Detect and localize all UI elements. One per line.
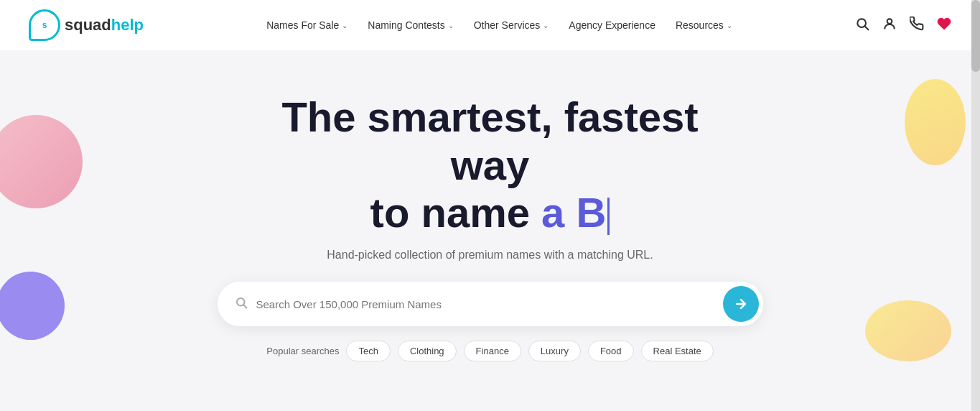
chevron-down-icon: ⌄ [727, 22, 732, 29]
nav-item-other-services[interactable]: Other Services ⌄ [465, 14, 558, 37]
chevron-down-icon: ⌄ [543, 22, 549, 29]
hero-subtitle: Hand-picked collection of premium names … [327, 249, 653, 262]
search-bar [218, 282, 763, 326]
navbar: s squadhelp Names For Sale ⌄ Naming Cont… [0, 0, 980, 50]
decoration-blue-circle [0, 272, 65, 340]
scrollbar[interactable] [971, 0, 980, 411]
decoration-yellow-bottom [865, 300, 951, 361]
tag-real-estate[interactable]: Real Estate [641, 341, 714, 361]
tag-finance[interactable]: Finance [464, 341, 521, 361]
svg-line-4 [243, 305, 246, 308]
heart-icon[interactable] [937, 17, 951, 34]
search-icon[interactable] [855, 17, 869, 34]
text-cursor [607, 198, 610, 235]
user-icon[interactable] [882, 17, 897, 34]
nav-icons [855, 17, 951, 34]
tag-clothing[interactable]: Clothing [398, 341, 457, 361]
nav-item-agency-experience[interactable]: Agency Experience [560, 14, 664, 37]
decoration-yellow-top [905, 79, 966, 165]
nav-item-resources[interactable]: Resources ⌄ [667, 14, 741, 37]
hero-title: The smartest, fastest way to name a B [239, 93, 742, 237]
popular-searches: Popular searches Tech Clothing Finance L… [266, 341, 713, 361]
tag-luxury[interactable]: Luxury [528, 341, 581, 361]
tag-tech[interactable]: Tech [346, 341, 390, 361]
phone-icon[interactable] [910, 17, 924, 34]
hero-section: The smartest, fastest way to name a B Ha… [0, 50, 980, 361]
animated-text: a B [541, 189, 606, 236]
search-icon [235, 296, 248, 313]
nav-item-naming-contests[interactable]: Naming Contests ⌄ [359, 14, 462, 37]
search-input[interactable] [256, 298, 723, 310]
chevron-down-icon: ⌄ [342, 22, 347, 29]
decoration-pink-circle [0, 115, 83, 208]
logo[interactable]: s squadhelp [29, 9, 144, 41]
svg-point-2 [887, 19, 892, 24]
logo-text: squadhelp [65, 16, 144, 34]
chevron-down-icon: ⌄ [448, 22, 454, 29]
search-button[interactable] [723, 286, 759, 322]
nav-item-names-for-sale[interactable]: Names For Sale ⌄ [258, 14, 356, 37]
popular-label: Popular searches [266, 346, 339, 356]
nav-links: Names For Sale ⌄ Naming Contests ⌄ Other… [258, 14, 741, 37]
svg-line-1 [865, 26, 869, 29]
tag-food[interactable]: Food [588, 341, 634, 361]
scrollbar-thumb[interactable] [971, 0, 980, 72]
logo-bubble: s [29, 9, 60, 41]
